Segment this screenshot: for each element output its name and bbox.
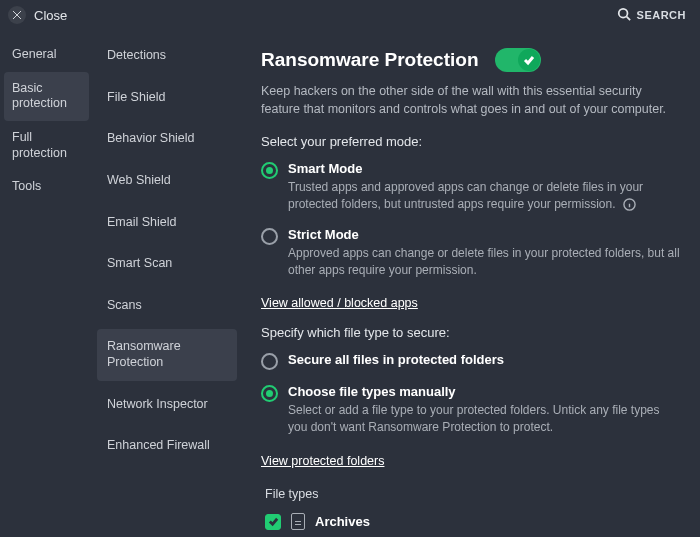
radio-smart-mode[interactable] [261,162,278,179]
main-panel: Ransomware Protection Keep hackers on th… [241,30,700,537]
nav1-item-general[interactable]: General [0,38,93,72]
secondary-nav: Detections File Shield Behavior Shield W… [93,30,241,537]
protection-toggle[interactable] [495,48,541,72]
filetype-secure-all-title: Secure all files in protected folders [288,352,504,367]
link-protected-folders[interactable]: View protected folders [261,454,384,469]
svg-point-0 [618,9,627,18]
nav2-item-file-shield[interactable]: File Shield [97,80,237,116]
close-icon[interactable] [8,6,26,24]
filetype-section-label: Specify which file type to secure: [261,325,680,340]
nav1-item-tools[interactable]: Tools [0,170,93,204]
primary-nav: General Basic protection Full protection… [0,30,93,537]
check-icon [518,49,540,71]
search-label: SEARCH [637,9,686,21]
nav2-item-web-shield[interactable]: Web Shield [97,163,237,199]
nav2-item-behavior-shield[interactable]: Behavior Shield [97,121,237,157]
nav2-item-scans[interactable]: Scans [97,288,237,324]
radio-strict-mode[interactable] [261,228,278,245]
nav1-item-basic-protection[interactable]: Basic protection [4,72,89,121]
nav2-item-ransomware-protection[interactable]: Ransomware Protection [97,329,237,380]
mode-section-label: Select your preferred mode: [261,134,680,149]
nav2-item-enhanced-firewall[interactable]: Enhanced Firewall [97,428,237,464]
mode-smart-title: Smart Mode [288,161,362,176]
search-icon [617,7,631,23]
nav1-item-full-protection[interactable]: Full protection [0,121,93,170]
close-button[interactable]: Close [34,8,67,23]
mode-strict-title: Strict Mode [288,227,359,242]
file-icon [291,513,305,530]
link-allowed-blocked-apps[interactable]: View allowed / blocked apps [261,296,418,311]
nav2-item-network-inspector[interactable]: Network Inspector [97,387,237,423]
info-icon[interactable] [623,198,637,212]
page-description: Keep hackers on the other side of the wa… [261,82,680,118]
filetype-choose-desc: Select or add a file type to your protec… [288,402,680,436]
mode-strict-desc: Approved apps can change or delete files… [288,245,680,279]
radio-choose-manually[interactable] [261,385,278,402]
nav2-item-detections[interactable]: Detections [97,38,237,74]
filetype-row: Archives [261,509,680,534]
mode-smart-desc: Trusted apps and approved apps can chang… [288,180,643,211]
nav2-item-email-shield[interactable]: Email Shield [97,205,237,241]
nav2-item-smart-scan[interactable]: Smart Scan [97,246,237,282]
search-button[interactable]: SEARCH [617,7,686,23]
filetypes-heading: File types [265,487,680,501]
filetype-choose-title: Choose file types manually [288,384,456,399]
filetype-archives-checkbox[interactable] [265,514,281,530]
radio-secure-all[interactable] [261,353,278,370]
filetype-archives-label: Archives [315,514,370,529]
page-title: Ransomware Protection [261,49,479,71]
